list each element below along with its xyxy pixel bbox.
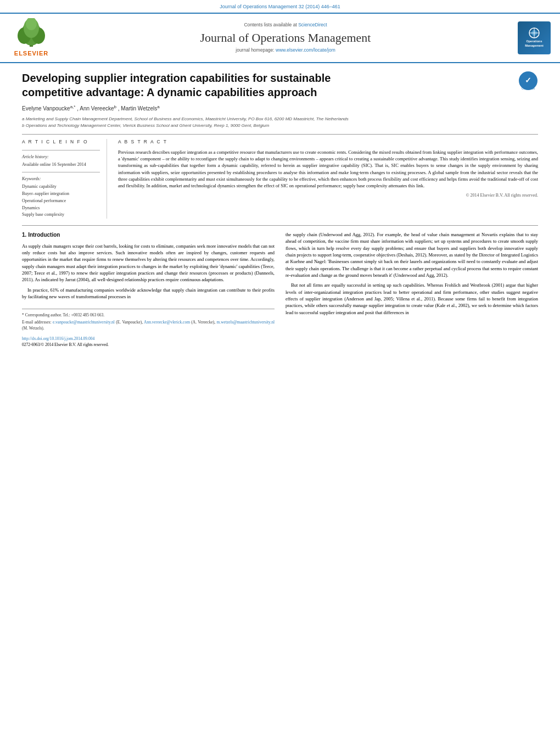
doi-link[interactable]: http://dx.doi.org/10.1016/j.jom.2014.09.… xyxy=(22,336,94,341)
body-columns: 1. Introduction As supply chain managers… xyxy=(22,231,538,348)
right-para-2: But not all firms are equally successful… xyxy=(285,282,538,316)
section-1-heading: 1. Introduction xyxy=(22,231,275,239)
keywords-label: Keywords: xyxy=(22,176,100,182)
body-left-col: 1. Introduction As supply chain managers… xyxy=(22,231,275,348)
article-title-section: Developing supplier integration capabili… xyxy=(22,71,538,99)
abstract-heading: A B S T R A C T xyxy=(118,139,538,146)
elsevier-tree-icon xyxy=(12,18,51,48)
email-footnote: E-mail addresses: e.vanpoucke@maastricht… xyxy=(22,320,275,332)
article-info-heading: A R T I C L E I N F O xyxy=(22,139,100,146)
abstract-section: A B S T R A C T Previous research descri… xyxy=(118,139,538,219)
journal-header: ELSEVIER Contents lists available at Sci… xyxy=(0,13,560,63)
affiliations: a Marketing and Supply Chain Management … xyxy=(22,116,538,128)
email1-link[interactable]: e.vanpoucke@maastrichtuniversity.nl xyxy=(53,320,115,325)
article-info: A R T I C L E I N F O Article history: A… xyxy=(22,139,107,219)
main-content: Developing supplier integration capabili… xyxy=(0,63,560,356)
article-info-abstract: A R T I C L E I N F O Article history: A… xyxy=(22,134,538,219)
journal-logo: OperationsManagement xyxy=(515,21,553,54)
logo-icon xyxy=(526,27,542,38)
svg-text:✓: ✓ xyxy=(525,76,531,85)
journal-homepage: journal homepage: www.elsevier.com/locat… xyxy=(61,47,509,54)
keywords-list: Dynamic capability Buyer–supplier integr… xyxy=(22,183,100,219)
logo-box: OperationsManagement xyxy=(518,21,551,54)
intro-para-2: In practice, 61% of manufacturing compan… xyxy=(22,287,275,300)
email3-link[interactable]: m.wetzels@maastrichtuniversity.nl xyxy=(216,320,275,325)
article-title: Developing supplier integration capabili… xyxy=(22,71,513,99)
corresponding-author: * Corresponding author. Tel.: +0032 485 … xyxy=(22,313,275,319)
intro-para-1: As supply chain managers scrape their co… xyxy=(22,243,275,283)
footnotes: * Corresponding author. Tel.: +0032 485 … xyxy=(22,309,275,332)
right-para-1: the supply chain (Underwood and Agg, 201… xyxy=(285,231,538,278)
homepage-url[interactable]: www.elsevier.com/locate/jom xyxy=(276,47,335,53)
elsevier-logo: ELSEVIER xyxy=(7,18,56,58)
sciencedirect-link[interactable]: ScienceDirect xyxy=(298,22,327,27)
contents-available: Contents lists available at ScienceDirec… xyxy=(61,22,509,29)
svg-text:CrossMark: CrossMark xyxy=(522,87,535,90)
section-divider xyxy=(22,225,538,226)
doi-section: http://dx.doi.org/10.1016/j.jom.2014.09.… xyxy=(22,336,275,348)
abstract-text: Previous research describes supplier int… xyxy=(118,149,538,189)
authors-line: Evelyne Vanpouckea,* , Ann Vereeckeb , M… xyxy=(22,104,538,113)
copyright: © 2014 Elsevier B.V. All rights reserved… xyxy=(118,192,538,198)
available-online: Available online 16 September 2014 xyxy=(22,161,100,168)
journal-title: Journal of Operations Management xyxy=(61,31,509,45)
elsevier-brand: ELSEVIER xyxy=(14,49,48,58)
body-right-col: the supply chain (Underwood and Agg, 201… xyxy=(285,231,538,348)
journal-title-section: Contents lists available at ScienceDirec… xyxy=(61,22,509,54)
article-history-label: Article history: xyxy=(22,154,100,160)
email2-link[interactable]: Ann.vereecke@vlerick.com xyxy=(144,320,190,325)
crossmark-icon: ✓ CrossMark xyxy=(518,71,538,91)
journal-reference: Journal of Operations Management 32 (201… xyxy=(0,0,560,13)
